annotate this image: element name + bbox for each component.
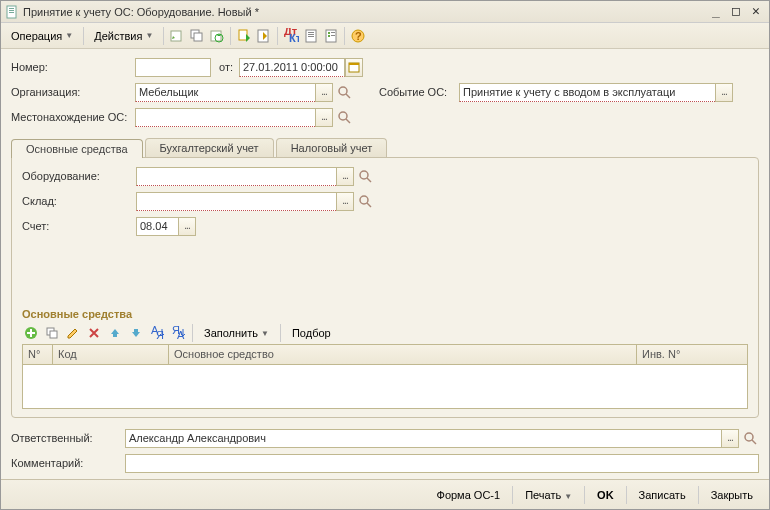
event-input[interactable]: [459, 83, 715, 102]
report-icon[interactable]: [302, 27, 320, 45]
minimize-button[interactable]: _: [707, 4, 725, 20]
tabs: Основные средства Бухгалтерский учет Нал…: [11, 138, 759, 157]
event-select-button[interactable]: ...: [715, 83, 733, 102]
operation-menu[interactable]: Операция▼: [5, 28, 79, 44]
store-label: Склад:: [22, 195, 136, 207]
export-icon[interactable]: [235, 27, 253, 45]
edit-row-icon[interactable]: [64, 324, 82, 342]
add-row-icon[interactable]: [22, 324, 40, 342]
svg-rect-36: [50, 331, 57, 338]
svg-line-29: [346, 119, 350, 123]
tab-accounting[interactable]: Бухгалтерский учет: [145, 138, 274, 157]
svg-rect-3: [9, 12, 14, 13]
form-body: Номер: от: Организация: ... Событие ОС: …: [1, 49, 769, 479]
from-label: от:: [219, 61, 233, 73]
ok-button[interactable]: OK: [589, 486, 622, 504]
event-label: Событие ОС:: [379, 86, 459, 98]
resp-input[interactable]: [125, 429, 721, 448]
svg-text:Кт: Кт: [289, 32, 299, 44]
actions-menu[interactable]: Действия▼: [88, 28, 159, 44]
resp-lookup-button[interactable]: [741, 429, 759, 448]
window: Принятие к учету ОС: Оборудование. Новый…: [0, 0, 770, 510]
store-lookup-button[interactable]: [356, 192, 374, 211]
close-form-button[interactable]: Закрыть: [703, 486, 761, 504]
col-os[interactable]: Основное средство: [169, 345, 637, 364]
date-input[interactable]: [239, 58, 345, 77]
save-button[interactable]: Записать: [631, 486, 694, 504]
tab-pane-main: Оборудование: ... Склад: ... Счет:: [11, 157, 759, 418]
org-input[interactable]: [135, 83, 315, 102]
fill-menu[interactable]: Заполнить▼: [198, 325, 275, 341]
help-icon[interactable]: ?: [349, 27, 367, 45]
equip-select-button[interactable]: ...: [336, 167, 354, 186]
footer-form: Ответственный: ... Комментарий:: [11, 424, 759, 479]
grid-toolbar: АЯ ЯА Заполнить▼ Подбор: [22, 324, 748, 342]
location-select-button[interactable]: ...: [315, 108, 333, 127]
basis-icon[interactable]: [255, 27, 273, 45]
tab-tax[interactable]: Налоговый учет: [276, 138, 388, 157]
select-label: Подбор: [292, 327, 331, 339]
col-n[interactable]: N°: [23, 345, 53, 364]
store-input[interactable]: [136, 192, 336, 211]
tab-main[interactable]: Основные средства: [11, 139, 143, 158]
structure-icon[interactable]: [322, 27, 340, 45]
table-header: N° Код Основное средство Инв. N°: [23, 345, 747, 365]
account-label: Счет:: [22, 220, 136, 232]
store-select-button[interactable]: ...: [336, 192, 354, 211]
maximize-button[interactable]: □: [727, 4, 745, 20]
col-code[interactable]: Код: [53, 345, 169, 364]
svg-rect-1: [9, 8, 14, 9]
equip-label: Оборудование:: [22, 170, 136, 182]
delete-row-icon[interactable]: [85, 324, 103, 342]
equip-input[interactable]: [136, 167, 336, 186]
col-inv[interactable]: Инв. N°: [637, 345, 747, 364]
sort-asc-icon[interactable]: АЯ: [148, 324, 166, 342]
account-select-button[interactable]: ...: [178, 217, 196, 236]
location-lookup-button[interactable]: [335, 108, 353, 127]
svg-point-26: [339, 87, 347, 95]
org-label: Организация:: [11, 86, 135, 98]
svg-rect-16: [308, 36, 314, 37]
location-input[interactable]: [135, 108, 315, 127]
actions-label: Действия: [94, 30, 142, 42]
svg-rect-25: [349, 63, 359, 65]
svg-rect-37: [113, 334, 117, 337]
location-label: Местонахождение ОС:: [11, 111, 135, 123]
dtkt-icon[interactable]: ДтКт: [282, 27, 300, 45]
titlebar: Принятие к учету ОС: Оборудование. Новый…: [1, 1, 769, 23]
svg-text:?: ?: [355, 30, 362, 42]
account-input[interactable]: [136, 217, 178, 236]
sort-desc-icon[interactable]: ЯА: [169, 324, 187, 342]
section-os-title: Основные средства: [22, 308, 748, 320]
form-os1-button[interactable]: Форма ОС-1: [429, 486, 509, 504]
os-table[interactable]: N° Код Основное средство Инв. N°: [22, 344, 748, 409]
comment-input[interactable]: [125, 454, 759, 473]
copy-row-icon[interactable]: [43, 324, 61, 342]
resp-select-button[interactable]: ...: [721, 429, 739, 448]
select-button[interactable]: Подбор: [286, 325, 337, 341]
window-title: Принятие к учету ОС: Оборудование. Новый…: [23, 6, 705, 18]
close-button[interactable]: ✕: [747, 4, 765, 20]
move-up-icon[interactable]: [106, 324, 124, 342]
post-icon[interactable]: [168, 27, 186, 45]
print-menu[interactable]: Печать▼: [517, 486, 580, 504]
svg-line-33: [367, 203, 371, 207]
svg-rect-2: [9, 10, 14, 11]
svg-point-43: [745, 433, 753, 441]
bottom-toolbar: Форма ОС-1 Печать▼ OK Записать Закрыть: [1, 479, 769, 509]
svg-point-32: [360, 196, 368, 204]
number-input[interactable]: [135, 58, 211, 77]
svg-rect-9: [239, 30, 247, 40]
org-select-button[interactable]: ...: [315, 83, 333, 102]
svg-line-27: [346, 94, 350, 98]
move-down-icon[interactable]: [127, 324, 145, 342]
svg-line-31: [367, 178, 371, 182]
refresh-icon[interactable]: [208, 27, 226, 45]
copy-icon[interactable]: [188, 27, 206, 45]
calendar-button[interactable]: [345, 58, 363, 77]
document-icon: [5, 5, 19, 19]
equip-lookup-button[interactable]: [356, 167, 374, 186]
fill-label: Заполнить: [204, 327, 258, 339]
svg-point-28: [339, 112, 347, 120]
org-lookup-button[interactable]: [335, 83, 353, 102]
